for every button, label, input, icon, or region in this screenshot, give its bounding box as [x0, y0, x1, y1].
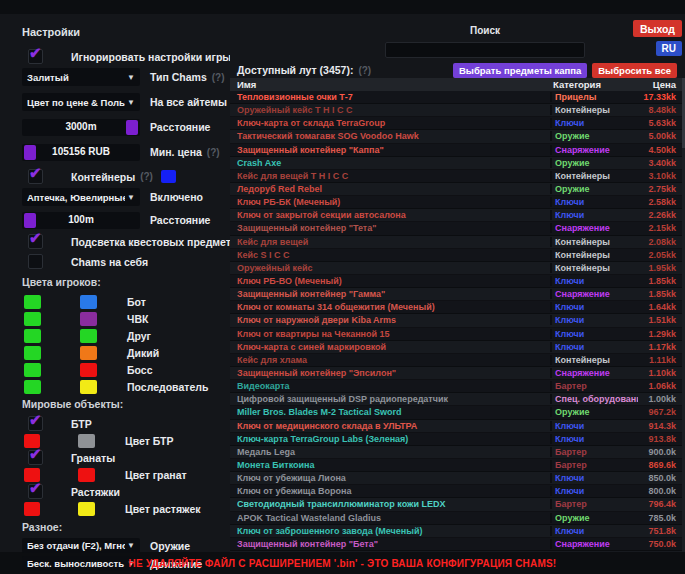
drop-all-button[interactable]: Выбросить все: [592, 63, 677, 78]
table-row[interactable]: Оружейный кейс Контейнеры 1.95kk: [230, 262, 685, 275]
color-swatch[interactable]: [24, 295, 41, 309]
containers-color-swatch[interactable]: [161, 170, 176, 183]
help-hint[interactable]: (?): [358, 65, 371, 76]
table-row[interactable]: Защищенный контейнер "Гамма" Снаряжение …: [230, 288, 685, 301]
color-swatch[interactable]: [24, 502, 40, 516]
container-types-dropdown[interactable]: Аптечка, Ювелирные и... ▼: [22, 188, 140, 206]
btr-checkbox[interactable]: ✔: [28, 416, 43, 431]
table-row[interactable]: Кейс для вещей T H I C C Контейнеры 3.10…: [230, 170, 685, 183]
color-swatch[interactable]: [24, 363, 41, 377]
item-name: Кейс для вещей: [230, 237, 550, 247]
item-name: Ключ от наружной двери Kiba Arms: [230, 315, 550, 325]
color-swatch[interactable]: [24, 346, 41, 360]
table-row[interactable]: APOK Tactical Wasteland Gladius Оружие 7…: [230, 512, 685, 525]
table-row[interactable]: Ключ-карта ... Ключи 750.0k: [230, 551, 685, 552]
color-swatch[interactable]: [78, 434, 95, 448]
color-swatch[interactable]: [80, 329, 97, 343]
player-color-row-bot: Бот: [22, 293, 230, 310]
table-row[interactable]: Ключ РБ-ВО (Меченый) Ключи 1.85kk: [230, 275, 685, 288]
table-row[interactable]: Ключ от убежища Ворона Ключи 800.0k: [230, 485, 685, 498]
ignore-settings-row: ✔ Игнорировать настройки игры (?): [22, 48, 230, 65]
help-hint[interactable]: (?): [207, 147, 220, 158]
tripwires-checkbox[interactable]: ✔: [28, 484, 43, 499]
table-row[interactable]: Тактический томагавк SOG Voodoo Hawk Ору…: [230, 130, 685, 143]
distance-slider[interactable]: 3000m: [22, 119, 140, 136]
item-category: Снаряжение: [550, 368, 638, 378]
item-category: Оружие: [550, 131, 638, 141]
movement-misc-dropdown[interactable]: Беск. выносливость и нет уста ▼: [22, 556, 140, 571]
distance-label: Расстояние: [150, 121, 210, 133]
table-row[interactable]: Ключ от квартиры на Чеканной 15 Ключи 1.…: [230, 328, 685, 341]
weapon-misc-dropdown[interactable]: Без отдачи (F2), Мгновенное п ▼: [22, 538, 140, 553]
item-price: 751.8k: [638, 526, 685, 536]
table-row[interactable]: Цифровой защищенный DSP радиопередатчик …: [230, 393, 685, 406]
table-row[interactable]: Тепловизионные очки Т-7 Прицелы 17.33kk: [230, 91, 685, 104]
table-row[interactable]: Оружейный кейс T H I C C Контейнеры 8.48…: [230, 104, 685, 117]
min-price-slider[interactable]: 105156 RUB: [22, 144, 140, 161]
table-row[interactable]: Кейс для хлама Контейнеры 1.11kk: [230, 354, 685, 367]
color-swatch[interactable]: [80, 312, 97, 326]
language-button[interactable]: RU: [656, 41, 682, 56]
quest-items-label: Подсветка квестовых предметов: [71, 236, 244, 248]
table-row[interactable]: Защищенный контейнер "Тета" Снаряжение 2…: [230, 222, 685, 235]
item-name: Кейс S I C C: [230, 250, 550, 260]
table-row[interactable]: Защищенный контейнер "Каппа" Снаряжение …: [230, 144, 685, 157]
table-row[interactable]: Ключ-карта TerraGroup Labs (Зеленая) Клю…: [230, 433, 685, 446]
search-input[interactable]: [385, 42, 585, 58]
column-header-name[interactable]: Имя: [230, 79, 550, 90]
exit-button[interactable]: Выход: [633, 20, 682, 37]
table-row[interactable]: Монета Биткоина Бартер 869.6k: [230, 459, 685, 472]
table-row[interactable]: Кейс S I C C Контейнеры 2.05kk: [230, 249, 685, 262]
grenades-checkbox[interactable]: ✔: [28, 450, 43, 465]
table-row[interactable]: Светодиодный трансиллюминатор кожи LEDX …: [230, 498, 685, 511]
color-swatch[interactable]: [78, 468, 95, 482]
table-row[interactable]: Ключ-карта с синей маркировкой Ключи 1.1…: [230, 341, 685, 354]
item-category: Оружие: [550, 513, 638, 523]
containers-checkbox[interactable]: ✔: [28, 169, 43, 184]
color-swatch[interactable]: [80, 346, 97, 360]
table-row[interactable]: Видеокарта Бартер 1.06kk: [230, 380, 685, 393]
color-swatch[interactable]: [24, 380, 41, 394]
chams-type-dropdown[interactable]: Залитый ▼: [22, 68, 140, 86]
container-distance-slider[interactable]: 100m: [22, 212, 140, 229]
table-row[interactable]: Miller Bros. Blades M-2 Tactical Sword О…: [230, 406, 685, 419]
item-price: 1.85kk: [638, 276, 685, 286]
quest-items-checkbox[interactable]: ✔: [28, 234, 43, 249]
table-row[interactable]: Ключ от комнаты 314 общежития (Меченый) …: [230, 301, 685, 314]
grenades-row: ✔ Гранаты: [22, 449, 230, 466]
table-row[interactable]: Защищенный контейнер "Бета" Снаряжение 7…: [230, 538, 685, 551]
select-kappa-items-button[interactable]: Выбрать предметы каппа: [453, 63, 587, 78]
color-swatch[interactable]: [24, 312, 41, 326]
column-header-category[interactable]: Категория: [550, 79, 638, 90]
player-color-label: ЧВК: [127, 313, 148, 325]
config-warning-text: НЕ УДАЛЯЙТЕ ФАЙЛ С РАСШИРЕНИЕМ '.bin' - …: [129, 558, 557, 569]
color-swatch[interactable]: [78, 502, 95, 516]
color-mode-dropdown[interactable]: Цвет по цене & Пользователь ▼: [22, 93, 140, 111]
self-chams-row: Chams на себя: [22, 253, 230, 270]
table-row[interactable]: Медаль Lega Бартер 900.0k: [230, 446, 685, 459]
color-swatch[interactable]: [80, 295, 97, 309]
table-row[interactable]: Ключ РБ-БК (Меченый) Ключи 2.58kk: [230, 196, 685, 209]
help-hint[interactable]: (?): [212, 72, 225, 83]
table-row[interactable]: Ключ от убежища Лиона Ключи 850.0k: [230, 472, 685, 485]
table-row[interactable]: Защищенный контейнер "Эпсилон" Снаряжени…: [230, 367, 685, 380]
chams-type-value: Залитый: [27, 72, 125, 83]
grenades-color-row: Цвет гранат: [22, 466, 230, 483]
table-row[interactable]: Ледоруб Red Rebel Оружие 2.75kk: [230, 183, 685, 196]
table-row[interactable]: Ключ от заброшенного завода (Меченый) Кл…: [230, 525, 685, 538]
ignore-settings-checkbox[interactable]: ✔: [28, 49, 43, 64]
color-swatch[interactable]: [24, 329, 41, 343]
table-row[interactable]: Ключ от закрытой секции автосалона Ключи…: [230, 209, 685, 222]
self-chams-checkbox[interactable]: [28, 254, 43, 269]
player-color-label: Последователь: [127, 381, 208, 393]
table-row[interactable]: Ключ от наружной двери Kiba Arms Ключи 1…: [230, 314, 685, 327]
color-swatch[interactable]: [80, 363, 97, 377]
table-row[interactable]: Кейс для вещей Контейнеры 2.08kk: [230, 236, 685, 249]
table-row[interactable]: Ключ-карта от склада TerraGroup Ключи 5.…: [230, 117, 685, 130]
table-row[interactable]: Ключ от медицинского склада в УЛЬТРА Клю…: [230, 420, 685, 433]
color-swatch[interactable]: [80, 380, 97, 394]
column-header-price[interactable]: Цена: [638, 79, 685, 90]
item-category: Контейнеры: [550, 171, 638, 181]
table-row[interactable]: Crash Axe Оружие 3.40kk: [230, 157, 685, 170]
help-hint[interactable]: (?): [140, 171, 153, 182]
